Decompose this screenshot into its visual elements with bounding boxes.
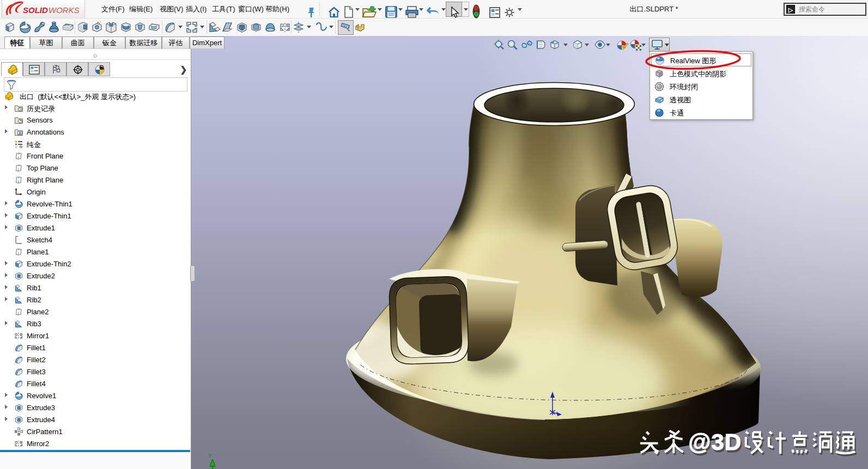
svg-text:WORKS: WORKS <box>48 5 80 15</box>
svg-text:Y: Y <box>208 453 212 459</box>
svg-text:SOLID: SOLID <box>23 5 48 15</box>
